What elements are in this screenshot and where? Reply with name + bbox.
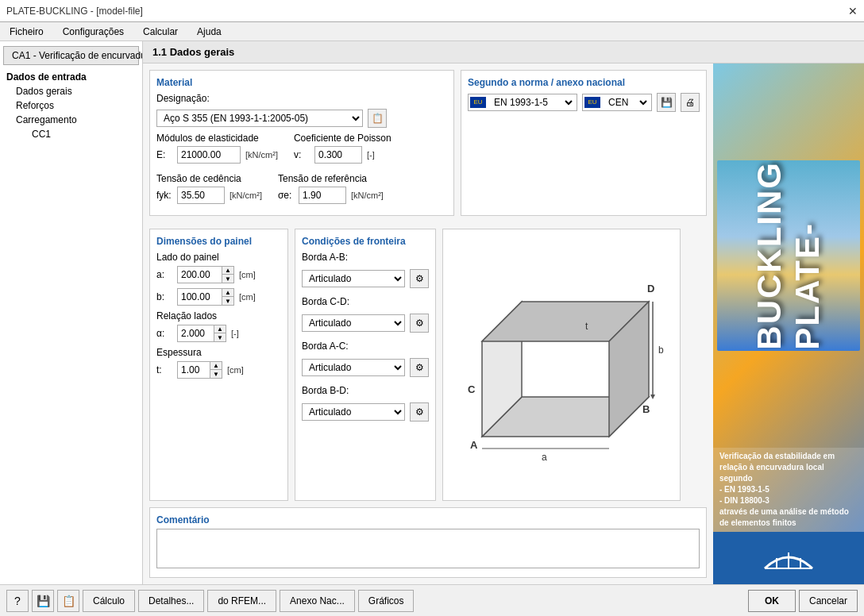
window-title: PLATE-BUCKLING - [model-file] xyxy=(6,6,143,17)
b-diagram-label: b xyxy=(658,345,664,356)
toolbar-icon3[interactable]: 📋 xyxy=(57,590,79,612)
norma-title: Segundo a norma / anexo nacional xyxy=(468,77,700,88)
menu-calcular[interactable]: Calcular xyxy=(140,25,181,39)
a-spinner: ▲ ▼ xyxy=(177,266,234,283)
e-input[interactable] xyxy=(177,146,241,164)
v-input[interactable] xyxy=(314,146,362,164)
a-unit: [cm] xyxy=(239,270,256,279)
borda-ac-select[interactable]: Articulado xyxy=(302,359,405,376)
se-row: σe: [kN/cm²] xyxy=(278,187,384,204)
sidebar-item-cc1[interactable]: CC1 xyxy=(25,127,142,141)
norma-save-btn[interactable]: 💾 xyxy=(657,93,676,112)
alpha-input[interactable] xyxy=(178,325,214,341)
graficos-btn[interactable]: Gráficos xyxy=(358,590,415,612)
diagram-svg: D t C b a xyxy=(450,246,673,484)
norma-print-btn[interactable]: 🖨 xyxy=(681,93,700,112)
title-bar: PLATE-BUCKLING - [model-file] ✕ xyxy=(0,0,864,22)
cedencia-group: Tensão de cedência fyk: [kN/cm²] xyxy=(156,173,262,209)
borda-ac-icon-btn[interactable]: ⚙ xyxy=(410,358,429,377)
t-up-btn[interactable]: ▲ xyxy=(210,362,222,370)
a-up-btn[interactable]: ▲ xyxy=(222,267,233,275)
t-unit: [cm] xyxy=(227,365,244,375)
designacao-select-row: Aço S 355 (EN 1993-1-1:2005-05) 📋 xyxy=(156,109,447,128)
top-row: Material Designação: Aço S 355 (EN 1993-… xyxy=(149,70,707,216)
modulos-group: Módulos de elasticidade E: [kN/cm²] xyxy=(156,133,278,168)
main-layout: CA1 - Verificação de encurvadu ▼ Dados d… xyxy=(0,41,864,584)
borda-bd-select[interactable]: Articulado xyxy=(302,403,405,421)
borda-cd-icon-btn[interactable]: ⚙ xyxy=(410,314,429,333)
eu-flag-icon: EU xyxy=(470,97,486,108)
t-input[interactable] xyxy=(178,362,210,378)
t-down-btn[interactable]: ▼ xyxy=(210,370,222,378)
a-down-btn[interactable]: ▼ xyxy=(222,275,233,283)
b-down-btn[interactable]: ▼ xyxy=(222,297,233,305)
tensao-ref-group: Tensão de referência σe: [kN/cm²] xyxy=(278,173,384,209)
menu-ficheiro[interactable]: Ficheiro xyxy=(6,25,47,39)
ok-btn[interactable]: OK xyxy=(748,590,796,612)
b-input[interactable] xyxy=(178,289,222,305)
a-corner-label: A xyxy=(470,439,478,451)
alpha-spinner: ▲ ▼ xyxy=(177,325,226,342)
main-content: Material Designação: Aço S 355 (EN 1993-… xyxy=(143,64,864,584)
borda-cd-select[interactable]: Articulado xyxy=(302,314,405,332)
menu-bar: Ficheiro Configurações Calcular Ajuda xyxy=(0,22,864,41)
alpha-down-btn[interactable]: ▼ xyxy=(214,333,226,341)
close-button[interactable]: ✕ xyxy=(848,5,858,17)
borda-bd-label: Borda B-D: xyxy=(302,385,365,396)
t-spinner: ▲ ▼ xyxy=(177,361,222,379)
sidebar-item-reforcoes[interactable]: Reforços xyxy=(10,98,142,113)
espessura-label: Espessura xyxy=(156,347,281,358)
menu-configuracoes[interactable]: Configurações xyxy=(60,25,127,39)
borda-ab-select-row: Articulado ⚙ xyxy=(302,269,429,288)
se-input[interactable] xyxy=(299,187,346,204)
alpha-up-btn[interactable]: ▲ xyxy=(214,325,226,333)
borda-bd-icon-btn[interactable]: ⚙ xyxy=(410,402,429,422)
do-rfem-btn[interactable]: do RFEM... xyxy=(207,590,276,612)
fyk-row: fyk: [kN/cm²] xyxy=(156,187,262,204)
comment-textarea[interactable] xyxy=(156,529,700,568)
designacao-icon-btn[interactable]: 📋 xyxy=(368,109,387,128)
norm2-select[interactable]: CEN xyxy=(602,94,650,110)
fyk-input[interactable] xyxy=(177,187,225,204)
anexo-nac-btn[interactable]: Anexo Nac... xyxy=(280,590,355,612)
b-corner-label2: B xyxy=(642,403,650,415)
b-spinner-btns: ▲ ▼ xyxy=(222,289,233,305)
condicoes-panel: Condições de fronteira Borda A-B: Articu… xyxy=(295,229,436,501)
e-unit: [kN/cm²] xyxy=(245,150,278,160)
form-area: Material Designação: Aço S 355 (EN 1993-… xyxy=(143,64,713,584)
toolbar-icon2[interactable]: 💾 xyxy=(32,590,54,612)
borda-ab-select[interactable]: Articulado xyxy=(302,270,405,287)
comment-panel: Comentário xyxy=(149,507,707,578)
b-up-btn[interactable]: ▲ xyxy=(222,289,233,297)
menu-ajuda[interactable]: Ajuda xyxy=(194,25,225,39)
detalhes-btn[interactable]: Detalhes... xyxy=(138,590,204,612)
sidebar-dropdown[interactable]: CA1 - Verificação de encurvadu ▼ xyxy=(3,46,139,65)
t-spinner-btns: ▲ ▼ xyxy=(210,362,222,378)
b-label: b: xyxy=(156,291,172,302)
plate-buckling-title: PLATE-BUCKLING xyxy=(750,161,827,350)
a-diagram-label: a xyxy=(542,452,547,463)
condicoes-title: Condições de fronteira xyxy=(302,236,429,247)
case-select[interactable]: CA1 - Verificação de encurvadu xyxy=(9,49,143,62)
norm2-select-wrap[interactable]: EU CEN xyxy=(582,94,652,111)
tensao-ref-label: Tensão de referência xyxy=(278,173,384,184)
sidebar-item-dados-gerais[interactable]: Dados gerais xyxy=(10,84,142,98)
comment-title: Comentário xyxy=(156,514,700,526)
sidebar-item-carregamento[interactable]: Carregamento xyxy=(10,113,142,127)
sidebar-item-dados-entrada[interactable]: Dados de entrada xyxy=(0,70,142,84)
borda-ab-icon-btn[interactable]: ⚙ xyxy=(410,269,429,288)
designacao-select[interactable]: Aço S 355 (EN 1993-1-1:2005-05) xyxy=(156,110,363,127)
norm1-select-wrap[interactable]: EU EN 1993-1-5 xyxy=(468,94,577,111)
eu-flag2-icon: EU xyxy=(584,97,600,108)
calculo-btn[interactable]: Cálculo xyxy=(83,590,135,612)
borda-cd-select-row: Articulado ⚙ xyxy=(302,314,429,333)
plate-subtitle: Verificação da estabilidade em relação à… xyxy=(713,448,864,532)
cancelar-btn[interactable]: Cancelar xyxy=(799,590,858,612)
poisson-group: Coeficiente de Poisson v: [-] xyxy=(294,133,392,168)
d-label: D xyxy=(647,283,654,295)
norm1-select[interactable]: EN 1993-1-5 xyxy=(488,94,575,110)
toolbar-icon1[interactable]: ? xyxy=(6,590,29,612)
a-spinner-btns: ▲ ▼ xyxy=(222,267,233,283)
a-input[interactable] xyxy=(178,267,222,283)
fyk-unit: [kN/cm²] xyxy=(230,191,262,200)
